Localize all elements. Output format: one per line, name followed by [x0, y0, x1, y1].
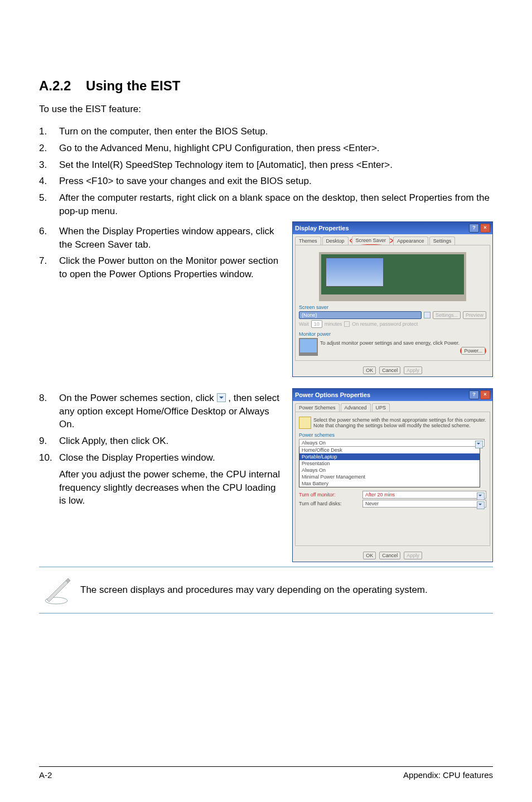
- scheme-option[interactable]: Portable/Laptop: [299, 453, 480, 460]
- chevron-down-icon: [217, 393, 226, 402]
- highlight-circle: Screen Saver: [350, 236, 394, 245]
- hdd-off-label: Turn off hard disks:: [299, 501, 360, 506]
- display-properties-window: Display Properties ? × Themes Desktop Sc…: [292, 221, 493, 377]
- step-num: 10.: [39, 451, 59, 465]
- step-text: Go to the Advanced Menu, highlight CPU C…: [59, 142, 493, 155]
- step-text: Click the Power button on the Monitor po…: [59, 254, 281, 281]
- ok-button[interactable]: OK: [363, 552, 376, 559]
- apply-button[interactable]: Apply: [404, 366, 422, 374]
- step-num: 3.: [39, 158, 59, 172]
- step-text: After the computer restarts, right click…: [59, 191, 493, 218]
- tab-advanced[interactable]: Advanced: [341, 403, 371, 412]
- note-text: The screen displays and procedures may v…: [80, 583, 491, 597]
- power-scheme-dropdown[interactable]: Home/Office Desk Portable/Laptop Present…: [299, 447, 480, 487]
- section-title: Using the EIST: [86, 78, 180, 93]
- scheme-option[interactable]: Home/Office Desk: [299, 447, 480, 453]
- step-text: Press <F10> to save your changes and exi…: [59, 175, 493, 188]
- step-text: On the Power schemes section, click , th…: [59, 392, 281, 431]
- monitor-power-text: To adjust monitor power settings and sav…: [320, 340, 460, 346]
- tab-desktop[interactable]: Desktop: [322, 236, 349, 245]
- preview-monitor: [319, 252, 466, 301]
- tab-appearance[interactable]: Appearance: [393, 236, 428, 245]
- power-button[interactable]: Power...: [461, 347, 485, 355]
- step-text: When the Display Properties window appea…: [59, 225, 281, 252]
- help-button[interactable]: ?: [469, 224, 479, 233]
- chevron-down-icon[interactable]: [424, 312, 431, 318]
- scheme-option[interactable]: Always On: [299, 467, 480, 474]
- tab-screen-saver[interactable]: Screen Saver: [352, 236, 390, 244]
- ok-button[interactable]: OK: [363, 366, 376, 374]
- tab-power-schemes[interactable]: Power Schemes: [295, 403, 340, 412]
- monitor-off-select[interactable]: After 20 mins: [362, 491, 486, 499]
- step-num: 8.: [39, 392, 59, 431]
- step-text: Click Apply, then click OK.: [59, 434, 281, 448]
- power-scheme-select[interactable]: Always On: [299, 439, 485, 447]
- step-num: 4.: [39, 175, 59, 188]
- step-num: 2.: [39, 142, 59, 155]
- help-button[interactable]: ?: [469, 390, 479, 399]
- after-note: After you adjust the power scheme, the C…: [59, 468, 281, 508]
- page-number: A-2: [39, 770, 52, 780]
- apply-button[interactable]: Apply: [404, 552, 422, 559]
- step-num: 5.: [39, 191, 59, 218]
- wait-unit: minutes: [325, 321, 342, 327]
- tab-ups[interactable]: UPS: [372, 403, 390, 412]
- preview-button[interactable]: Preview: [463, 311, 486, 319]
- settings-button[interactable]: Settings...: [433, 311, 461, 319]
- tab-themes[interactable]: Themes: [295, 236, 321, 245]
- chevron-down-icon[interactable]: [475, 441, 483, 448]
- chevron-down-icon[interactable]: [477, 492, 485, 500]
- step-num: 7.: [39, 254, 59, 281]
- wait-label: Wait: [299, 321, 309, 327]
- note-row: The screen displays and procedures may v…: [39, 567, 493, 613]
- cancel-button[interactable]: Cancel: [379, 366, 400, 374]
- monitor-icon: [299, 338, 318, 356]
- highlight-circle: Power...: [460, 347, 486, 355]
- section-heading: A.2.2 Using the EIST: [39, 78, 493, 94]
- wait-spinner[interactable]: 10: [311, 320, 322, 328]
- cancel-button[interactable]: Cancel: [379, 552, 400, 559]
- close-button[interactable]: ×: [480, 390, 490, 399]
- power-blurb: Select the power scheme with the most ap…: [313, 417, 486, 428]
- footer-label: Appendix: CPU features: [403, 770, 493, 780]
- resume-label: On resume, password protect: [352, 321, 418, 327]
- step-text: Close the Display Properties window.: [59, 451, 281, 465]
- close-button[interactable]: ×: [480, 224, 490, 233]
- page-footer: A-2 Appendix: CPU features: [39, 766, 493, 780]
- step-num: 6.: [39, 225, 59, 252]
- window-title: Power Options Properties: [295, 392, 370, 398]
- hdd-off-select[interactable]: Never: [362, 500, 486, 508]
- step-num: 1.: [39, 125, 59, 138]
- scheme-option[interactable]: Minimal Power Management: [299, 474, 480, 480]
- step-text: Turn on the computer, then enter the BIO…: [59, 125, 493, 138]
- intro-text: To use the EIST feature:: [39, 104, 493, 115]
- window-title: Display Properties: [295, 225, 349, 231]
- section-number: A.2.2: [39, 78, 71, 93]
- scheme-option[interactable]: Max Battery: [299, 480, 480, 487]
- battery-icon: [299, 417, 311, 429]
- pencil-icon: [41, 575, 71, 605]
- scheme-option[interactable]: Presentation: [299, 460, 480, 467]
- monitor-off-label: Turn off monitor:: [299, 492, 360, 497]
- step-num: 9.: [39, 434, 59, 448]
- chevron-down-icon[interactable]: [477, 501, 485, 509]
- screensaver-group-label: Screen saver: [299, 305, 486, 310]
- step-num: [39, 468, 59, 508]
- tab-settings[interactable]: Settings: [429, 236, 456, 245]
- monitor-power-group-label: Monitor power: [299, 331, 486, 337]
- step-text: Set the Intel(R) SpeedStep Technology it…: [59, 158, 493, 172]
- screensaver-select[interactable]: (None): [299, 311, 422, 319]
- power-schemes-group-label: Power schemes: [299, 432, 486, 438]
- power-options-window: Power Options Properties ? × Power Schem…: [292, 388, 493, 562]
- resume-checkbox[interactable]: [344, 321, 350, 327]
